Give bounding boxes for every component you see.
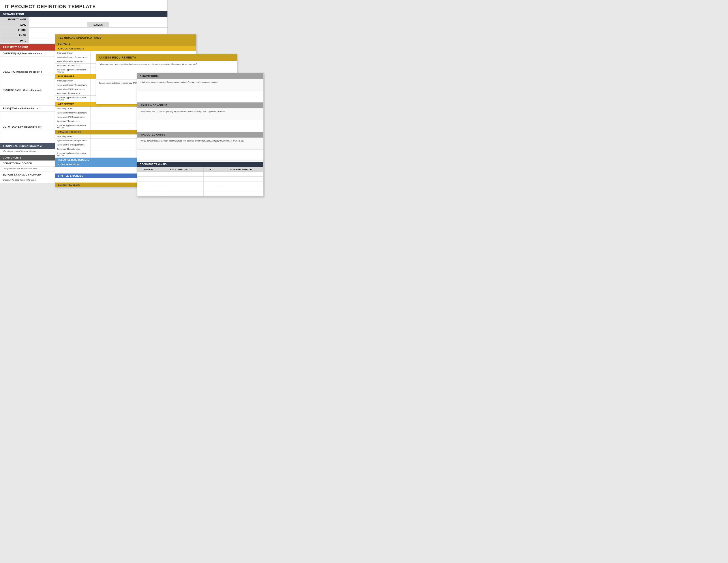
tracking-cell-edits-3[interactable]	[159, 186, 204, 191]
tracking-cell-edits-0[interactable]	[159, 172, 204, 177]
col-date: DATE	[204, 167, 219, 172]
assumptions-content: List all assumptions impacting documenta…	[137, 79, 263, 91]
project-name-value[interactable]	[29, 17, 167, 22]
email-label: EMAIL	[0, 33, 29, 38]
costs-content: Provide general overview below, update e…	[137, 137, 263, 150]
costs-header: PROJECTED COSTS	[137, 132, 263, 137]
file-func-label: Functional Characteristics	[55, 91, 91, 95]
access-description: Define number of users requiring simulta…	[96, 61, 237, 71]
objective-label: OBJECTIVE | What does the project a	[3, 71, 42, 73]
phone-row: PHONE	[0, 28, 167, 33]
connection-location-label: CONNECTION & LOCATION	[3, 162, 32, 165]
risks-label: RISKS | What are the identified or co	[3, 107, 41, 110]
app-func-label: Functional Characteristics	[55, 64, 91, 68]
col-description: DESCRIPTION OF EDIT	[219, 167, 263, 172]
document-tracking-section: DOCUMENT TRACKING VERSION EDITS COMPLETE…	[137, 162, 263, 196]
overview-label: OVERVIEW | High-level information a	[3, 52, 42, 55]
tracking-table: VERSION EDITS COMPLETED BY DATE DESCRIPT…	[137, 167, 263, 196]
tracking-cell-edits-1[interactable]	[159, 177, 204, 181]
name-value[interactable]	[29, 22, 87, 27]
issues-header: ISSUES & CONCERNS	[137, 102, 263, 108]
app-memory-label: Application Memory Requirements	[55, 55, 91, 59]
col-edits: EDITS COMPLETED BY	[159, 167, 204, 172]
tracking-header: DOCUMENT TRACKING	[137, 162, 263, 167]
name-label: NAME	[0, 22, 29, 27]
date-label: DATE	[0, 38, 29, 43]
file-trans-label: Expected Application Transaction Volume	[55, 96, 91, 102]
phone-value[interactable]	[29, 28, 167, 33]
tracking-cell-date-4[interactable]	[204, 191, 219, 196]
tracking-cell-date-0[interactable]	[204, 172, 219, 177]
db-memory-label: Application Memory Requirements	[55, 139, 91, 143]
servers-storage-label: SERVERS & STORAGE & NETWORK	[3, 173, 41, 176]
tracking-cell-version-0[interactable]	[137, 172, 159, 177]
tracking-cell-description-4[interactable]	[219, 191, 263, 196]
tracking-row-0[interactable]	[137, 172, 263, 177]
assumptions-area[interactable]	[137, 91, 263, 102]
tracking-cell-version-4[interactable]	[137, 191, 159, 196]
business-case-label: BUSINESS CASE | What is the proble	[3, 89, 42, 91]
costs-area[interactable]	[137, 150, 263, 161]
tracking-cell-version-1[interactable]	[137, 177, 159, 181]
assumptions-document: ASSUMPTIONS List all assumptions impacti…	[137, 73, 264, 196]
tracking-header-row: VERSION EDITS COMPLETED BY DATE DESCRIPT…	[137, 167, 263, 172]
out-of-scope-label: OUT OF SCOPE | What activities, iter	[3, 126, 41, 128]
issues-area[interactable]	[137, 120, 263, 131]
db-trans-label: Expected Application Transaction Volume	[55, 151, 91, 157]
tracking-row-1[interactable]	[137, 177, 263, 181]
col-version: VERSION	[137, 167, 159, 172]
name-row: NAME MAILING	[0, 22, 167, 28]
tech-specs-header: TECHNICAL SPECIFICATIONS	[55, 34, 196, 41]
tracking-row-3[interactable]	[137, 186, 263, 191]
db-func-label: Functional Characteristics	[55, 147, 91, 151]
app-os-label: Operating System	[55, 51, 91, 55]
tracking-cell-description-1[interactable]	[219, 177, 263, 181]
issues-content: List all issues and concerns impacting d…	[137, 108, 263, 120]
web-func-label: Functional Characteristics	[55, 119, 91, 123]
main-title: IT PROJECT DEFINITION TEMPLATE	[0, 0, 167, 11]
tracking-cell-description-0[interactable]	[219, 172, 263, 177]
tracking-cell-date-3[interactable]	[204, 186, 219, 191]
web-os-label: Operating System	[55, 107, 91, 111]
file-memory-label: Application Memory Requirements	[55, 83, 91, 87]
servers-section: SERVERS	[55, 41, 196, 46]
organization-header: ORGANIZATION	[0, 11, 167, 17]
file-os-label: Operating System	[55, 79, 91, 83]
tracking-row-4[interactable]	[137, 191, 263, 196]
tracking-cell-version-2[interactable]	[137, 181, 159, 186]
tracking-cell-edits-2[interactable]	[159, 181, 204, 186]
tracking-cell-description-3[interactable]	[219, 186, 263, 191]
web-memory-label: Application Memory Requirements	[55, 111, 91, 115]
db-cpu-label: Application CPU Requirements	[55, 143, 91, 147]
project-name-row: PROJECT NAME	[0, 17, 167, 22]
tracking-cell-version-3[interactable]	[137, 186, 159, 191]
tracking-cell-date-1[interactable]	[204, 177, 219, 181]
app-servers-section: APPLICATION SERVERS	[55, 46, 196, 51]
tracking-row-2[interactable]	[137, 181, 263, 186]
tracking-cell-description-2[interactable]	[219, 181, 263, 186]
project-name-label: PROJECT NAME	[0, 17, 29, 22]
app-trans-label: Expected Application Transaction Volume	[55, 68, 91, 74]
tracking-cell-date-2[interactable]	[204, 181, 219, 186]
web-trans-label: Expected Application Transaction Volume	[55, 123, 91, 130]
tracking-cell-edits-4[interactable]	[159, 191, 204, 196]
app-cpu-label: Application CPU Requirements	[55, 59, 91, 63]
file-cpu-label: Application CPU Requirements	[55, 87, 91, 91]
db-os-label: Operating System	[55, 134, 91, 138]
web-cpu-label: Application CPU Requirements	[55, 115, 91, 119]
mailing-value[interactable]	[109, 22, 167, 27]
assumptions-header: ASSUMPTIONS	[137, 73, 263, 79]
mailing-label: MAILING	[87, 22, 109, 27]
access-header: ACCESS REQUIREMENTS	[96, 54, 237, 61]
phone-label: PHONE	[0, 28, 29, 33]
